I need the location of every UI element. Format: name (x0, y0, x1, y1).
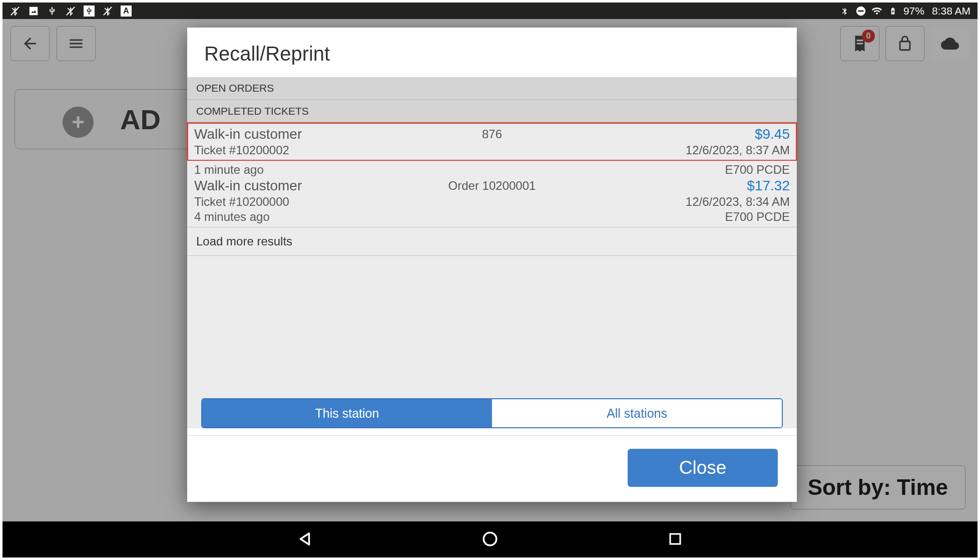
bt-off-icon-3 (102, 6, 113, 17)
nav-home-button[interactable] (481, 530, 499, 549)
ticket-terminal: E700 PCDE (725, 210, 790, 224)
battery-percentage: 97% (903, 5, 924, 17)
all-stations-tab[interactable]: All stations (492, 399, 782, 427)
nav-back-button[interactable] (296, 530, 313, 549)
load-more-button[interactable]: Load more results (187, 227, 797, 256)
station-filter-toggle: This station All stations (201, 398, 783, 428)
ticket-row[interactable]: 1 minute ago E700 PCDE Walk-in customer … (187, 161, 797, 227)
svg-point-6 (483, 532, 497, 545)
ticket-price: $9.45 (755, 126, 790, 142)
cloud-button[interactable] (930, 26, 969, 61)
bt-off-icon-2 (65, 6, 76, 17)
ticket-datetime: 12/6/2023, 8:34 AM (686, 195, 790, 209)
ticket-elapsed: 1 minute ago (194, 163, 264, 177)
android-nav-bar (3, 521, 977, 557)
svg-rect-7 (670, 534, 680, 544)
ticket-terminal: E700 PCDE (725, 163, 790, 177)
receipt-badge-count: 0 (862, 30, 875, 43)
receipt-button[interactable]: 0 (840, 26, 879, 61)
sort-by-button[interactable]: Sort by: Time (790, 465, 965, 509)
battery-charging-icon (887, 6, 898, 17)
add-label: AD (120, 103, 161, 136)
svg-rect-1 (30, 7, 38, 15)
usb-icon-box (84, 6, 95, 17)
menu-button[interactable] (57, 26, 96, 61)
svg-rect-5 (858, 10, 863, 12)
close-button[interactable]: Close (628, 449, 778, 487)
open-orders-header[interactable]: OPEN ORDERS (187, 77, 797, 100)
android-status-bar: A 97% 8:38 AM (3, 3, 977, 19)
ticket-customer-name: Walk-in customer (194, 178, 302, 194)
bluetooth-icon (839, 6, 850, 17)
bt-off-icon (10, 6, 21, 17)
image-icon (28, 6, 39, 17)
usb-icon (47, 6, 58, 17)
modal-title: Recall/Reprint (187, 28, 797, 77)
ticket-elapsed: 4 minutes ago (194, 210, 270, 224)
nav-recent-button[interactable] (668, 531, 683, 548)
back-button[interactable] (11, 26, 50, 61)
ticket-price: $17.32 (747, 178, 790, 194)
status-time: 8:38 AM (932, 5, 970, 17)
dnd-icon (855, 6, 866, 17)
lock-button[interactable] (885, 26, 924, 61)
ticket-customer-name: Walk-in customer (194, 126, 302, 142)
completed-tickets-header[interactable]: COMPLETED TICKETS (187, 100, 797, 123)
ticket-number: Ticket #10200000 (194, 195, 289, 209)
a-box-icon: A (121, 6, 132, 17)
this-station-tab[interactable]: This station (202, 399, 492, 427)
wifi-icon (871, 6, 882, 17)
ticket-middle-label: 876 (482, 127, 502, 141)
ticket-datetime: 12/6/2023, 8:37 AM (686, 143, 790, 157)
ticket-number: Ticket #10200002 (194, 143, 289, 157)
ticket-row[interactable]: Walk-in customer 876 $9.45 Ticket #10200… (187, 123, 797, 161)
recall-reprint-modal: Recall/Reprint OPEN ORDERS COMPLETED TIC… (187, 28, 797, 502)
ticket-middle-label: Order 10200001 (448, 179, 536, 193)
